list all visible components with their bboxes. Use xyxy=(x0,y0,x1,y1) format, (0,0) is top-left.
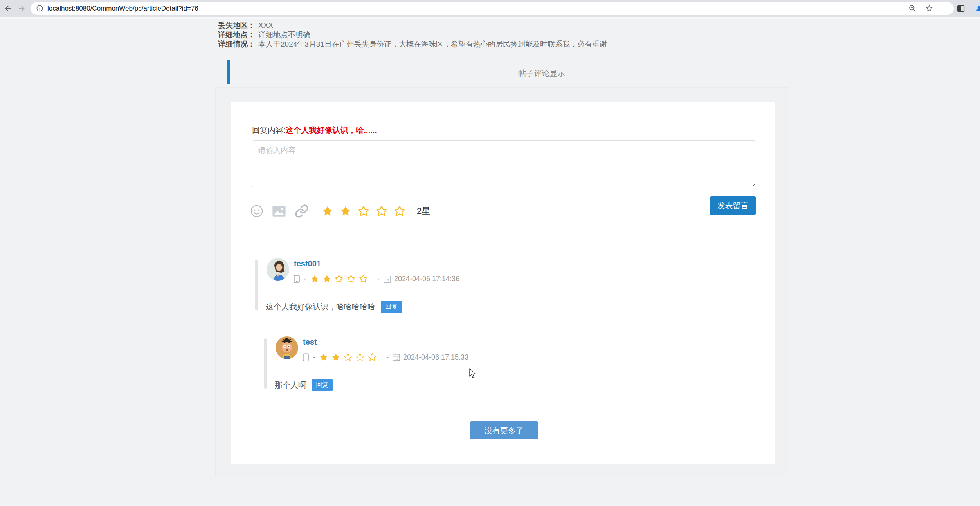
emoji-icon xyxy=(250,204,263,218)
phone-icon xyxy=(294,275,300,283)
side-panel-icon[interactable] xyxy=(957,4,965,13)
back-arrow-icon xyxy=(4,4,13,13)
meta-separator: - xyxy=(377,275,380,283)
comment-text: 这个人我好像认识，哈哈哈哈哈 xyxy=(266,302,375,312)
star-empty-icon xyxy=(343,352,353,362)
browser-toolbar: localhost:8080/CommonWeb/pc/articleDetai… xyxy=(0,0,980,17)
toolbar-divider xyxy=(0,17,980,19)
article-field-region: 丢失地区：XXX xyxy=(218,21,607,30)
reply-target-line: 回复内容:这个人我好像认识，哈...... xyxy=(252,125,377,136)
section-accent-bar xyxy=(227,60,230,84)
forward-arrow-icon xyxy=(17,4,26,13)
field-label: 详细地点： xyxy=(218,31,255,39)
calendar-icon xyxy=(393,354,400,361)
emoji-button[interactable] xyxy=(250,204,263,218)
site-info-icon[interactable] xyxy=(36,5,43,12)
star-filled-icon xyxy=(322,274,331,284)
section-title: 帖子评论显示 xyxy=(503,68,581,79)
avatar xyxy=(276,336,298,359)
star-empty-icon xyxy=(358,274,368,284)
forward-button[interactable] xyxy=(15,2,28,15)
composer-toolbar: 2星 xyxy=(250,204,430,218)
bookmark-star-icon[interactable] xyxy=(925,4,933,13)
star-empty-icon xyxy=(346,274,356,284)
comment-rating-stars xyxy=(319,352,377,362)
comment-quote-bar xyxy=(255,260,258,310)
star-empty-icon xyxy=(334,274,344,284)
avatar-image-test xyxy=(276,336,298,359)
back-button[interactable] xyxy=(2,2,15,15)
comments-section: 回复内容:这个人我好像认识，哈...... 2星 发表留言 xyxy=(215,87,789,477)
comment-timestamp: 2024-04-06 17:15:33 xyxy=(403,353,468,361)
phone-icon xyxy=(303,353,309,361)
submit-comment-button[interactable]: 发表留言 xyxy=(710,196,756,215)
field-value: 详细地点不明确 xyxy=(258,31,310,39)
article-field-detail: 详细情况：本人于2024年3月31日在广州丢失身份证，大概在海珠区，希望有热心的… xyxy=(218,40,607,49)
reply-button[interactable]: 回复 xyxy=(312,379,333,391)
comment-quote-bar xyxy=(264,338,267,389)
comment-meta: - - 2024-04-06 17:15:33 xyxy=(303,352,468,362)
comment-input[interactable] xyxy=(252,140,756,187)
meta-separator: - xyxy=(386,353,389,361)
star-filled-icon xyxy=(331,352,340,362)
image-upload-button[interactable] xyxy=(272,205,286,217)
comment-content-row: 这个人我好像认识，哈哈哈哈哈 回复 xyxy=(266,301,402,313)
no-more-button[interactable]: 没有更多了 xyxy=(470,421,538,439)
star-empty-icon xyxy=(375,205,388,217)
link-button[interactable] xyxy=(295,204,309,218)
browser-profile-avatar[interactable] xyxy=(973,3,980,14)
comment-username[interactable]: test xyxy=(303,338,317,347)
reply-label: 回复内容: xyxy=(252,126,286,134)
avatar xyxy=(267,258,289,281)
comment-timestamp: 2024-04-06 17:14:36 xyxy=(394,275,459,283)
field-label: 丢失地区： xyxy=(218,21,255,29)
reply-preview-text: 这个人我好像认识，哈...... xyxy=(286,126,377,134)
screen: localhost:8080/CommonWeb/pc/articleDetai… xyxy=(0,0,980,506)
comment-username[interactable]: test001 xyxy=(294,259,321,268)
zoom-icon[interactable] xyxy=(908,4,917,13)
profile-person-icon xyxy=(975,5,980,13)
image-icon xyxy=(272,205,286,217)
star-empty-icon xyxy=(393,205,406,217)
star-filled-icon xyxy=(321,205,334,217)
star-filled-icon xyxy=(310,274,319,284)
meta-separator: - xyxy=(313,353,315,361)
address-bar[interactable]: localhost:8080/CommonWeb/pc/articleDetai… xyxy=(31,2,954,15)
comment-rating-stars xyxy=(310,274,368,284)
star-empty-icon xyxy=(355,352,365,362)
field-value: 本人于2024年3月31日在广州丢失身份证，大概在海珠区，希望有热心的居民捡到能… xyxy=(258,40,607,48)
field-value: XXX xyxy=(258,21,273,29)
comment-content-row: 那个人啊 回复 xyxy=(275,379,333,391)
star-filled-icon xyxy=(339,205,352,217)
star-empty-icon xyxy=(357,205,370,217)
avatar-image-test001 xyxy=(267,258,289,281)
url-text[interactable]: localhost:8080/CommonWeb/pc/articleDetai… xyxy=(47,5,198,13)
star-empty-icon xyxy=(368,352,377,362)
comment-meta: - - 2024-04-06 17:14:36 xyxy=(294,274,459,284)
comment-text: 那个人啊 xyxy=(275,380,306,390)
link-icon xyxy=(295,204,309,218)
field-label: 详细情况： xyxy=(218,40,255,48)
rating-text: 2星 xyxy=(417,205,430,217)
reply-button[interactable]: 回复 xyxy=(381,301,402,313)
rating-stars-input[interactable] xyxy=(321,205,406,217)
star-filled-icon xyxy=(319,352,328,362)
article-field-address: 详细地点：详细地点不明确 xyxy=(218,30,607,40)
calendar-icon xyxy=(384,275,391,283)
article-info: 丢失地区：XXX 详细地点：详细地点不明确 详细情况：本人于2024年3月31日… xyxy=(218,21,607,49)
comments-card: 回复内容:这个人我好像认识，哈...... 2星 发表留言 xyxy=(231,102,775,464)
meta-separator: - xyxy=(304,275,306,283)
